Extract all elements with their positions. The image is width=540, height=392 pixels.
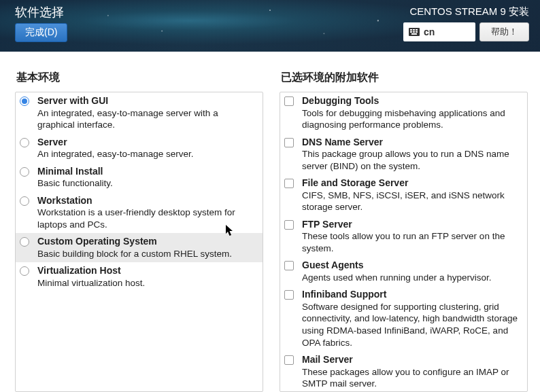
checkbox-icon[interactable] [284, 261, 294, 270]
option-title: Debugging Tools [302, 95, 522, 107]
option-title: Mail Server [302, 354, 522, 366]
option-description: Workstation is a user-friendly desktop s… [37, 207, 257, 230]
addon-option[interactable]: Debugging ToolsTools for debugging misbe… [280, 92, 527, 134]
option-title: Virtualization Host [37, 265, 257, 277]
option-description: Minimal virtualization host. [37, 277, 257, 289]
env-option[interactable]: ServerAn integrated, easy-to-manage serv… [16, 134, 263, 163]
option-description: Agents used when running under a hypervi… [302, 272, 522, 284]
option-title: DNS Name Server [302, 137, 522, 149]
addons-list[interactable]: Debugging ToolsTools for debugging misbe… [280, 92, 528, 392]
radio-icon[interactable] [20, 266, 29, 276]
base-environment-column: 基本环境 Server with GUIAn integrated, easy-… [15, 71, 263, 392]
distro-label: CENTOS STREAM 9 安装 [409, 5, 529, 18]
option-description: Basic building block for a custom RHEL s… [37, 248, 257, 260]
addon-option[interactable]: Infiniband SupportSoftware designed for … [280, 286, 527, 351]
option-description: Tools for debugging misbehaving applicat… [302, 107, 522, 131]
addon-option[interactable]: File and Storage ServerCIFS, SMB, NFS, i… [280, 175, 527, 216]
option-description: CIFS, SMB, NFS, iSCSI, iSER, and iSNS ne… [302, 190, 522, 213]
option-description: These tools allow you to run an FTP serv… [302, 230, 522, 254]
env-option[interactable]: Custom Operating SystemBasic building bl… [16, 233, 263, 262]
option-title: Guest Agents [302, 260, 522, 272]
option-title: Server [37, 137, 257, 149]
checkbox-icon[interactable] [284, 96, 294, 106]
option-title: Infiniband Support [302, 289, 522, 301]
env-option[interactable]: WorkstationWorkstation is a user-friendl… [16, 192, 263, 234]
installer-header: 软件选择 完成(D) CENTOS STREAM 9 安装 cn 帮助！ [0, 0, 540, 52]
addon-option[interactable]: Guest AgentsAgents used when running und… [280, 257, 527, 286]
option-title: Minimal Install [37, 166, 257, 178]
page-title: 软件选择 [15, 4, 67, 20]
addon-option[interactable]: FTP ServerThese tools allow you to run a… [280, 216, 527, 257]
checkbox-icon[interactable] [284, 138, 294, 147]
addons-column: 已选环境的附加软件 Debugging ToolsTools for debug… [280, 71, 528, 392]
option-title: Custom Operating System [37, 236, 257, 248]
option-description: An integrated, easy-to-manage server wit… [37, 107, 257, 131]
radio-icon[interactable] [20, 138, 29, 147]
addon-option[interactable]: Mail ServerThese packages allow you to c… [280, 351, 527, 392]
option-title: FTP Server [302, 219, 522, 231]
radio-icon[interactable] [20, 237, 29, 247]
keyboard-icon [409, 28, 420, 36]
checkbox-icon[interactable] [284, 220, 294, 230]
option-title: Workstation [37, 195, 257, 207]
option-description: This package group allows you to run a D… [302, 148, 522, 172]
option-title: File and Storage Server [302, 177, 522, 190]
radio-icon[interactable] [20, 96, 29, 106]
checkbox-icon[interactable] [284, 355, 294, 365]
option-description: An integrated, easy-to-manage server. [37, 148, 257, 160]
env-option[interactable]: Virtualization HostMinimal virtualizatio… [16, 262, 263, 291]
env-option[interactable]: Server with GUIAn integrated, easy-to-ma… [16, 92, 263, 134]
option-description: Basic functionality. [37, 177, 257, 190]
help-button[interactable]: 帮助！ [479, 22, 529, 41]
radio-icon[interactable] [20, 167, 29, 177]
checkbox-icon[interactable] [284, 290, 294, 300]
done-button[interactable]: 完成(D) [15, 23, 67, 42]
option-title: Server with GUI [37, 95, 257, 107]
base-environment-list[interactable]: Server with GUIAn integrated, easy-to-ma… [15, 92, 263, 392]
radio-icon[interactable] [20, 196, 29, 206]
option-description: These packages allow you to configure an… [302, 366, 522, 390]
addon-option[interactable]: DNS Name ServerThis package group allows… [280, 134, 527, 175]
keyboard-layout-code: cn [424, 26, 435, 37]
keyboard-layout-selector[interactable]: cn [403, 22, 475, 41]
env-option[interactable]: Minimal InstallBasic functionality. [16, 163, 263, 192]
checkbox-icon[interactable] [284, 179, 294, 188]
content-area: 基本环境 Server with GUIAn integrated, easy-… [0, 52, 540, 392]
addons-heading: 已选环境的附加软件 [280, 71, 528, 85]
option-description: Software designed for supporting cluster… [302, 301, 522, 349]
base-environment-heading: 基本环境 [15, 71, 263, 85]
